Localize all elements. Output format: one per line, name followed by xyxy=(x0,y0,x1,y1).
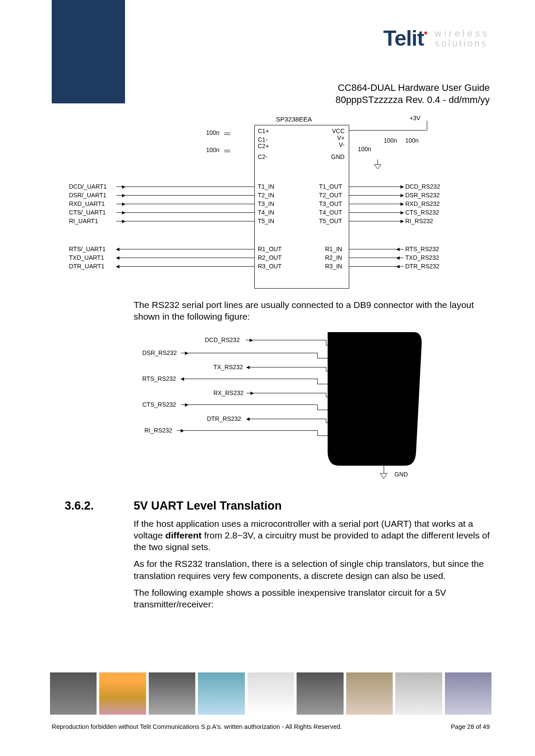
rs232-signal: DCD_RS232 xyxy=(405,183,440,190)
pin-label: R3_IN xyxy=(325,263,342,270)
db9-pin-number: 8 xyxy=(340,406,347,410)
cap-label: 100n xyxy=(206,129,219,136)
uart-signal: DTR_UART1 xyxy=(69,263,104,270)
pin-label: T4_IN xyxy=(258,209,274,216)
pin-label: T2_IN xyxy=(258,192,274,199)
doc-title: CC864-DUAL Hardware User Guide xyxy=(335,82,490,94)
pin-label: R2_OUT xyxy=(258,254,282,261)
body-paragraph: As for the RS232 translation, there is a… xyxy=(134,558,491,582)
footer-text: Reproduction forbidden without Telit Com… xyxy=(52,723,490,730)
pin-label: C2- xyxy=(258,153,268,160)
supply-label: +3V xyxy=(410,115,420,121)
db9-signal: DCD_RS232 xyxy=(205,336,240,343)
section-number: 3.6.2. xyxy=(65,499,134,513)
pin-label: C2+ xyxy=(258,143,269,149)
rs232-signal: RTS_RS232 xyxy=(405,246,439,252)
logo-text: Telit• xyxy=(383,26,427,51)
gnd-label: GND xyxy=(394,471,408,478)
pin-label: T4_OUT xyxy=(319,209,342,216)
footer-image-strip xyxy=(50,672,492,715)
svg-marker-11 xyxy=(380,473,387,479)
cap-label: 100n xyxy=(405,137,419,144)
db9-pin-number: 1 xyxy=(408,344,415,348)
cap-label: 100n xyxy=(384,137,397,144)
pin-label: C1- xyxy=(258,136,268,143)
pin-label: R1_OUT xyxy=(258,246,282,252)
section-heading: 3.6.2.5V UART Level Translation xyxy=(65,499,491,513)
db9-connector-icon xyxy=(323,328,427,479)
chip-name: SP3238EEA xyxy=(276,115,312,123)
brand-logo: Telit• wireless solutions xyxy=(383,26,490,51)
svg-marker-1 xyxy=(374,165,381,169)
footer-copyright: Reproduction forbidden without Telit Com… xyxy=(52,723,342,730)
rs232-signal: TXD_RS232 xyxy=(405,254,439,261)
pin-label: R3_OUT xyxy=(258,263,282,270)
uart-signal: TXD_UART1 xyxy=(69,254,104,261)
pin-label: T3_OUT xyxy=(319,200,342,207)
gnd-icon xyxy=(373,159,382,170)
cap-label: 100n xyxy=(206,146,219,153)
db9-pin-number: 5 xyxy=(408,448,415,451)
pin-label: VCC xyxy=(332,128,345,134)
rs232-signal: RI_RS232 xyxy=(405,218,433,224)
uart-signal: DCD/_UART1 xyxy=(69,183,107,190)
logo-tagline: wireless solutions xyxy=(435,28,490,48)
pin-label: V+ xyxy=(337,134,345,141)
cap-label: 100n xyxy=(358,146,371,152)
rs232-signal: CTS_RS232 xyxy=(405,209,439,216)
uart-signal: CTS/_UART1 xyxy=(69,209,106,216)
rs232-signal: DTR_RS232 xyxy=(405,263,439,270)
pin-label: T5_OUT xyxy=(319,218,342,224)
db9-signal: RI_RS232 xyxy=(144,427,172,434)
db9-pin-number: 6 xyxy=(340,355,347,358)
db9-pin-number: 9 xyxy=(340,432,347,436)
pin-label: T5_IN xyxy=(258,218,274,224)
db9-pin-number: 2 xyxy=(408,370,415,373)
body-paragraph: The RS232 serial port lines are usually … xyxy=(134,299,491,323)
gnd-icon xyxy=(379,473,388,480)
pin-label: R1_IN xyxy=(325,246,342,252)
body-paragraph: The following example shows a possible i… xyxy=(134,587,491,610)
rs232-signal: DSR_RS232 xyxy=(405,192,440,199)
db9-signal: TX_RS232 xyxy=(213,364,243,370)
body-paragraph: If the host application uses a microcont… xyxy=(134,518,491,553)
pin-label: T2_OUT xyxy=(319,192,342,199)
section-title: 5V UART Level Translation xyxy=(134,499,282,512)
rs232-signal: RXD_RS232 xyxy=(405,200,440,207)
doc-header: CC864-DUAL Hardware User Guide 80pppSTzz… xyxy=(335,82,490,106)
db9-pin-number: 7 xyxy=(340,380,347,384)
db9-figure: 1 2 3 4 5 6 7 8 9 DCD_RS232 TX_RS232 RX_… xyxy=(147,328,431,487)
db9-signal: RX_RS232 xyxy=(213,389,244,396)
pin-label: T3_IN xyxy=(258,200,274,207)
uart-signal: DSR/_UART1 xyxy=(69,192,106,199)
db9-pin-number: 3 xyxy=(408,396,415,399)
db9-signal: RTS_RS232 xyxy=(142,375,176,382)
db9-signal: CTS_RS232 xyxy=(142,401,176,408)
pin-label: C1+ xyxy=(258,128,269,134)
pin-label: V- xyxy=(339,141,344,148)
pin-label: GND xyxy=(331,153,344,160)
pin-label: T1_IN xyxy=(258,183,274,190)
uart-signal: RXD_UART1 xyxy=(69,200,105,207)
circuit-figure-sp3238: SP3238EEA +3V C1+ C1- C2+ C2- VCC V+ V- … xyxy=(134,112,470,293)
doc-rev: 80pppSTzzzzza Rev. 0.4 - dd/mm/yy xyxy=(335,94,490,106)
uart-signal: RTS/_UART1 xyxy=(69,246,106,252)
db9-signal: DTR_RS232 xyxy=(207,415,241,422)
footer-page: Page 28 of 49 xyxy=(451,723,490,730)
pin-label: T1_OUT xyxy=(319,183,342,190)
db9-pin-number: 4 xyxy=(408,422,415,425)
db9-signal: DSR_RS232 xyxy=(142,349,177,356)
uart-signal: RI_UART1 xyxy=(69,218,98,224)
sidebar-block xyxy=(52,0,125,103)
pin-label: R2_IN xyxy=(325,254,342,261)
